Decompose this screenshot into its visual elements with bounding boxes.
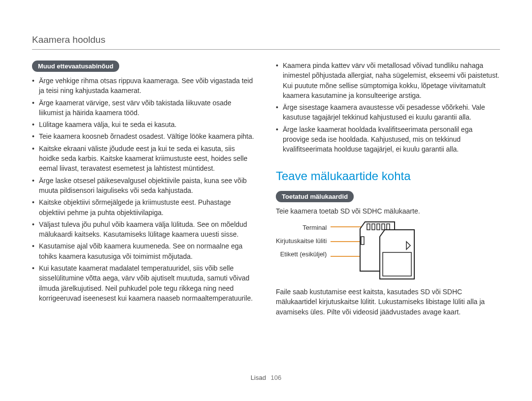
sd-label-front: Etikett (esiküljel) (276, 250, 327, 258)
right-top-list: Kaamera pinda kattev värv või metallosad… (276, 61, 500, 154)
list-item: Kasutamise ajal võib kaamera kuumeneda. … (32, 241, 256, 261)
footer-page-number: 106 (271, 374, 282, 381)
page-footer: Lisad 106 (32, 369, 500, 381)
precautions-list: Ärge vehkige rihma otsas rippuva kaamera… (32, 76, 256, 303)
footer-section: Lisad (251, 374, 266, 381)
page: Kaamera hooldus Muud ettevaatusabinõud Ä… (0, 0, 532, 401)
list-item: Kaamera pinda kattev värv või metallosad… (276, 61, 500, 100)
list-item: Ärge sisestage kaamera avaustesse või pe… (276, 102, 500, 123)
right-column: Kaamera pinda kattev värv või metallosad… (276, 61, 500, 369)
list-item: Kui kasutate kaamerat madalatel temperat… (32, 263, 256, 303)
pill-supported-cards: Toetatud mälukaardid (276, 191, 354, 202)
sd-card-diagram: Terminal Kirjutuskaitse lüliti Etikett (… (276, 221, 500, 280)
list-item: Väljast tuleva jõu puhul võib kaamera vä… (32, 219, 256, 240)
list-item: Ärge kaamerat värvige, sest värv võib ta… (32, 98, 256, 118)
section-heading-memory-cards: Teave mälukaartide kohta (276, 169, 500, 183)
content-columns: Muud ettevaatusabinõud Ärge vehkige rihm… (32, 61, 500, 369)
list-item: Kaitske ekraani väliste jõudude eest ja … (32, 144, 256, 174)
list-item: Kaitske objektiivi sõrmejälgede ja kriim… (32, 197, 256, 217)
sd-label-terminal: Terminal (276, 224, 327, 231)
list-item: Ärge vehkige rihma otsas rippuva kaamera… (32, 76, 256, 96)
list-item: Teie kaamera koosneb õrnadest osadest. V… (32, 131, 256, 141)
list-item: Lülitage kaamera välja, kui te seda ei k… (32, 120, 256, 129)
sd-label-lock: Kirjutuskaitse lüliti (276, 237, 327, 245)
list-item: Ärge laske kaamerat hooldada kvalifitsee… (276, 124, 500, 154)
left-column: Muud ettevaatusabinõud Ärge vehkige rihm… (32, 61, 256, 369)
supported-cards-text: Teie kaamera toetab SD või SDHC mälukaar… (276, 206, 500, 216)
page-title: Kaamera hooldus (32, 34, 500, 50)
list-item: Ärge laske otsesel päikesevalgusel objek… (32, 176, 256, 196)
write-protect-text: Faile saab kustutamise eest kaitsta, kas… (276, 287, 500, 317)
sd-labels: Terminal Kirjutuskaitse lüliti Etikett (… (276, 221, 327, 264)
sd-card-icon (331, 221, 419, 280)
pill-precautions: Muud ettevaatusabinõud (32, 61, 119, 72)
